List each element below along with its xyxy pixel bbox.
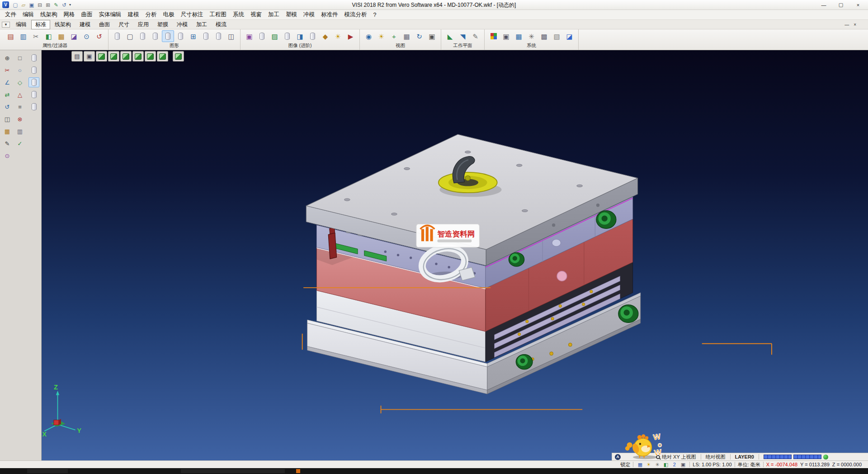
os-taskbar-strip[interactable] — [0, 468, 868, 474]
workplane-edit-icon[interactable]: ✎ — [469, 30, 481, 42]
preview-icon[interactable]: ⊞ — [44, 1, 52, 9]
body-filter-4-icon[interactable] — [28, 90, 39, 100]
document-close-button[interactable]: × — [854, 22, 856, 27]
view-grid-icon[interactable]: ▦ — [401, 30, 413, 42]
section-view-icon[interactable] — [307, 30, 319, 42]
shaded-view-icon[interactable] — [111, 30, 123, 42]
menu-item-?[interactable]: ? — [370, 11, 380, 19]
wireframe-view-icon[interactable]: ▢ — [124, 30, 136, 42]
snap-settings-icon[interactable]: ▦ — [636, 461, 644, 468]
menu-item-系统[interactable]: 系统 — [230, 10, 247, 19]
light-icon[interactable]: ☀ — [645, 461, 652, 468]
workplane-create-icon[interactable]: ◣ — [444, 30, 456, 42]
zoom-window-icon[interactable] — [200, 30, 212, 42]
tab-建模[interactable]: 建模 — [75, 20, 94, 29]
view-cube-front-icon[interactable] — [108, 51, 119, 62]
measure-tool-icon[interactable]: ∠ — [2, 77, 13, 87]
filter-elements-icon[interactable]: ✂ — [30, 30, 42, 42]
menu-item-编辑[interactable]: 编辑 — [19, 10, 37, 19]
menu-item-文件[interactable]: 文件 — [2, 10, 19, 19]
print-icon[interactable]: ⊟ — [36, 1, 44, 9]
view-shade-icon[interactable]: ☀ — [375, 30, 387, 42]
tab-加工[interactable]: 加工 — [192, 20, 211, 29]
rotate-tool-icon[interactable]: ↺ — [2, 102, 13, 112]
view-axes-icon[interactable]: + — [388, 30, 400, 42]
view-cube-top-icon[interactable] — [120, 51, 132, 62]
verify-tool-icon[interactable]: ✓ — [14, 138, 25, 148]
zoom-fit-icon[interactable]: ⊞ — [187, 30, 199, 42]
view-cube-left-icon[interactable] — [132, 51, 144, 62]
menu-item-建模[interactable]: 建模 — [125, 10, 142, 19]
body-filter-1-icon[interactable] — [28, 53, 39, 63]
view-orient-icon[interactable]: ◉ — [363, 30, 375, 42]
capture-image-icon[interactable] — [256, 30, 268, 42]
viewport-screen-icon[interactable]: ▣ — [84, 51, 95, 62]
gear-icon[interactable]: ✳ — [653, 461, 661, 468]
tab-模流[interactable]: 模流 — [212, 20, 231, 29]
menu-item-实体编辑[interactable]: 实体编辑 — [96, 10, 125, 19]
active-layer-label[interactable]: LAYER0 — [735, 454, 754, 460]
filter-type-icon[interactable]: ◪ — [68, 30, 80, 42]
view-cube-iso-icon[interactable] — [96, 51, 107, 62]
sketch-icon[interactable]: ✎ — [52, 1, 60, 9]
attribute-edit-icon[interactable]: ▤ — [5, 30, 17, 42]
attribute-copy-icon[interactable]: ▥ — [17, 30, 29, 42]
selection-mask-icon[interactable]: ⊙ — [80, 30, 93, 42]
move-tool-icon[interactable]: ⇄ — [2, 90, 13, 100]
filter-color-icon[interactable]: ◧ — [42, 30, 55, 42]
open-file-icon[interactable]: ▱ — [19, 1, 28, 9]
menu-item-视窗[interactable]: 视窗 — [247, 10, 265, 19]
tab-编辑[interactable]: 编辑 — [12, 20, 31, 29]
minimize-button[interactable]: — — [815, 0, 832, 9]
body-filter-5-icon[interactable] — [28, 102, 39, 112]
animation-icon[interactable]: ▶ — [344, 30, 357, 42]
monitor-icon[interactable]: ▣ — [679, 461, 687, 468]
transparency-icon[interactable]: ◨ — [294, 30, 306, 42]
system-colors-icon[interactable] — [487, 30, 500, 42]
filter-layer-icon[interactable]: ▦ — [55, 30, 67, 42]
dynamic-view-icon[interactable] — [149, 30, 161, 42]
hatch-tool-icon[interactable]: ▥ — [14, 126, 25, 136]
pan-view-icon[interactable] — [212, 30, 225, 42]
maximize-button[interactable]: ▢ — [832, 0, 849, 9]
undo-icon[interactable]: ↺ — [60, 1, 68, 9]
menu-item-工程图[interactable]: 工程图 — [207, 10, 230, 19]
menu-item-标准件[interactable]: 标准件 — [318, 10, 341, 19]
view-camera-icon[interactable]: ▣ — [426, 30, 438, 42]
zoom-indicator-icon[interactable] — [656, 455, 660, 459]
taskbar-app-icon[interactable] — [296, 469, 300, 473]
menu-item-电极[interactable]: 电极 — [160, 10, 178, 19]
system-render-icon[interactable]: ◪ — [563, 30, 576, 42]
new-file-icon[interactable]: ▢ — [11, 1, 19, 9]
select-tool-icon[interactable]: ⊕ — [2, 53, 13, 63]
array-tool-icon[interactable]: ▦ — [2, 126, 13, 136]
snap-tool-icon[interactable]: ⊙ — [2, 151, 13, 161]
tab-dropdown-caret-icon[interactable]: ▼ — [2, 22, 10, 28]
tab-线架构[interactable]: 线架构 — [51, 20, 75, 29]
viewport-layout-icon[interactable]: ▤ — [71, 51, 83, 62]
workplane-align-icon[interactable]: ◥ — [457, 30, 469, 42]
body-filter-2-icon[interactable] — [28, 65, 39, 75]
system-display-icon[interactable]: ▣ — [500, 30, 512, 42]
trim-tool-icon[interactable]: ✂ — [2, 65, 13, 75]
menu-item-曲面[interactable]: 曲面 — [78, 10, 96, 19]
tab-应用[interactable]: 应用 — [134, 20, 153, 29]
texture-icon[interactable]: ▨ — [269, 30, 281, 42]
view-cube-shaded-icon[interactable] — [173, 51, 184, 62]
surface-display-icon[interactable] — [175, 30, 187, 42]
system-grid-icon[interactable]: ▦ — [513, 30, 525, 42]
lighting-icon[interactable]: ☀ — [332, 30, 344, 42]
menu-item-冲模[interactable]: 冲模 — [300, 10, 318, 19]
lock-toggle[interactable]: 锁定 — [620, 461, 630, 468]
delete-tool-icon[interactable]: ⊗ — [14, 114, 25, 124]
list-tool-icon[interactable]: ≡ — [14, 102, 25, 112]
workplane-status-icon[interactable]: ◧ — [662, 461, 670, 468]
quick-access-caret-icon[interactable]: ▾ — [69, 3, 71, 7]
material-icon[interactable]: ◆ — [319, 30, 331, 42]
taskbar-item[interactable] — [181, 469, 285, 473]
sketch-tool-icon[interactable]: ✎ — [2, 138, 13, 148]
menu-item-尺寸标注[interactable]: 尺寸标注 — [178, 10, 207, 19]
help-icon[interactable]: 2 — [670, 461, 678, 468]
view-rotate-icon[interactable]: ↻ — [413, 30, 425, 42]
render-advanced-icon[interactable]: ▣ — [243, 30, 255, 42]
